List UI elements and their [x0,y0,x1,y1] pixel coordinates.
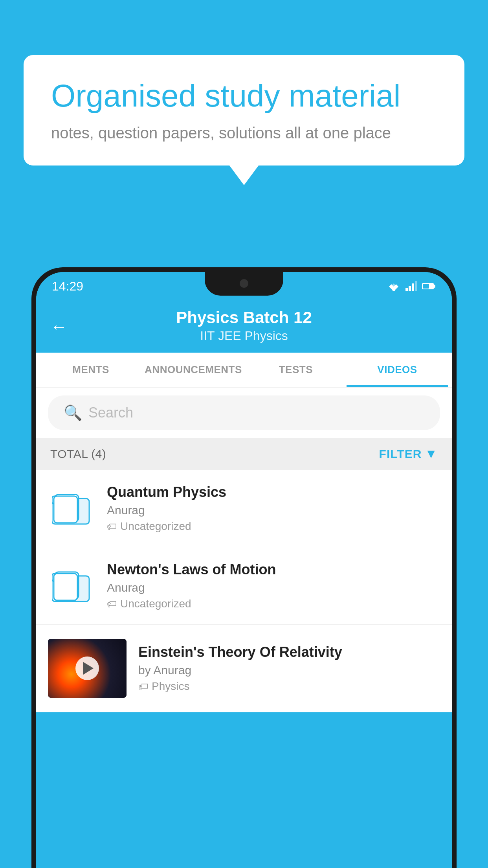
status-icons [387,281,436,291]
subtext: notes, question papers, solutions all at… [51,124,437,142]
svg-rect-4 [409,286,411,291]
tabs: MENTS ANNOUNCEMENTS TESTS VIDEOS [36,353,452,388]
tag-label-quantum: Uncategorized [120,520,191,533]
video-author-quantum: Anurag [107,504,440,517]
video-item-info-quantum: Quantum Physics Anurag 🏷 Uncategorized [107,484,440,533]
video-item-info-einstein: Einstein's Theory Of Relativity by Anura… [138,644,440,693]
tag-label-einstein: Physics [152,680,189,693]
back-button[interactable]: ← [50,317,68,337]
battery-icon [422,282,436,290]
phone-inner: 14:29 [36,272,452,868]
tag-icon: 🏷 [138,680,149,693]
svg-rect-3 [405,288,408,291]
wifi-icon [387,281,401,291]
search-bar: 🔍 Search [36,388,452,438]
svg-rect-13 [54,496,77,523]
filter-button[interactable]: FILTER ▼ [379,447,438,461]
camera [240,279,248,288]
video-tag-quantum: 🏷 Uncategorized [107,520,440,533]
speech-bubble: Organised study material notes, question… [24,55,464,166]
play-icon [83,662,94,675]
video-author-newton: Anurag [107,581,440,594]
headline: Organised study material [51,79,437,113]
svg-rect-17 [54,574,77,600]
play-button[interactable] [75,657,99,680]
video-tag-newton: 🏷 Uncategorized [107,598,440,610]
video-title-quantum: Quantum Physics [107,484,440,500]
search-input-container[interactable]: 🔍 Search [48,395,440,430]
folder-thumbnail-newton [48,562,95,609]
svg-rect-6 [415,281,417,291]
tab-tests[interactable]: TESTS [245,353,347,387]
filter-bar: TOTAL (4) FILTER ▼ [36,438,452,470]
tab-announcements[interactable]: ANNOUNCEMENTS [141,353,245,387]
filter-icon: ▼ [425,447,438,461]
list-item[interactable]: Einstein's Theory Of Relativity by Anura… [36,625,452,712]
svg-rect-5 [412,283,414,291]
tab-ments[interactable]: MENTS [40,353,141,387]
svg-rect-8 [423,284,429,289]
list-item[interactable]: Newton's Laws of Motion Anurag 🏷 Uncateg… [36,547,452,625]
app-bar: ← Physics Batch 12 IIT JEE Physics [36,300,452,353]
video-tag-einstein: 🏷 Physics [138,680,440,693]
folder-icon [52,566,91,605]
video-thumbnail-einstein [48,639,127,698]
video-title-einstein: Einstein's Theory Of Relativity [138,644,440,660]
video-author-einstein: by Anurag [138,664,440,677]
folder-thumbnail-quantum [48,485,95,532]
list-item[interactable]: Quantum Physics Anurag 🏷 Uncategorized [36,470,452,547]
tab-videos[interactable]: VIDEOS [347,353,448,387]
app-subtitle: IIT JEE Physics [52,329,436,343]
video-item-info-newton: Newton's Laws of Motion Anurag 🏷 Uncateg… [107,561,440,610]
tag-icon: 🏷 [107,598,117,610]
video-title-newton: Newton's Laws of Motion [107,561,440,578]
phone-frame: 14:29 [31,267,457,868]
signal-icon [405,281,417,291]
total-label: TOTAL (4) [50,447,106,461]
tag-icon: 🏷 [107,520,117,533]
search-icon: 🔍 [64,404,82,421]
tag-label-newton: Uncategorized [120,598,191,610]
search-placeholder: Search [88,405,133,421]
folder-icon [52,489,91,528]
speech-bubble-container: Organised study material notes, question… [24,55,464,166]
svg-rect-9 [434,285,435,288]
status-time: 14:29 [52,279,83,294]
video-list: Quantum Physics Anurag 🏷 Uncategorized [36,470,452,712]
app-title: Physics Batch 12 [52,308,436,327]
filter-label: FILTER [379,447,422,461]
notch [205,272,283,296]
